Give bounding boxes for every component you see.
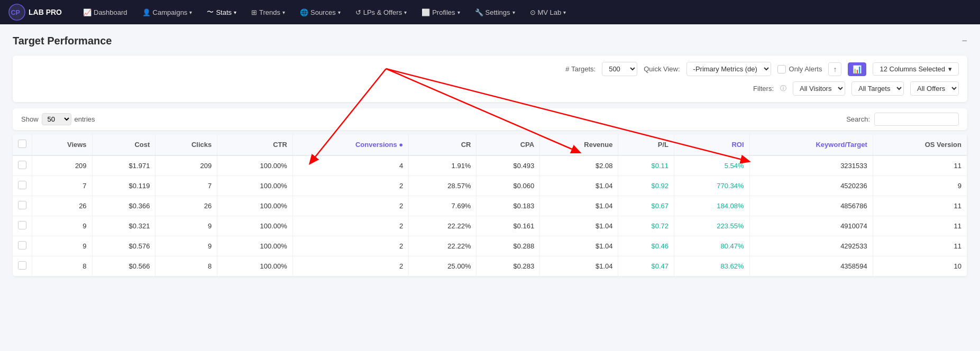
table-wrapper: Views Cost Clicks CTR Conversions ● CR C… (13, 134, 967, 276)
col-header-clicks[interactable]: Clicks (155, 134, 217, 155)
cell-conversions: 4 (292, 155, 408, 176)
show-entries: Show 50 25 100 entries (21, 113, 95, 125)
nav-profiles-label: Profiles (432, 8, 455, 16)
col-header-roi[interactable]: ROI (674, 134, 750, 155)
cell-views: 9 (32, 236, 93, 256)
search-input[interactable] (874, 113, 959, 126)
entries-label: entries (75, 115, 95, 123)
row-select-checkbox[interactable] (18, 161, 26, 169)
cell-cost: $0.119 (92, 176, 155, 196)
only-alerts-wrapper: Only Alerts (777, 65, 822, 73)
all-visitors-select[interactable]: All Visitors (793, 81, 845, 96)
export-button[interactable]: ↑ (828, 62, 841, 76)
nav-profiles[interactable]: ⬜ Profiles ▾ (415, 5, 466, 20)
cell-pl: $0.92 (618, 176, 674, 196)
row-select-checkbox[interactable] (18, 241, 26, 250)
nav-dashboard[interactable]: 📈 Dashboard (77, 5, 134, 20)
cell-keyword: 4520236 (749, 176, 873, 196)
cell-views: 7 (32, 176, 93, 196)
search-wrapper: Search: (846, 113, 959, 126)
nav-settings[interactable]: 🔧 Settings ▾ (469, 5, 521, 20)
entries-select[interactable]: 50 25 100 (42, 113, 71, 125)
all-offers-select[interactable]: All Offers (910, 81, 959, 96)
cell-roi: 5.54% (674, 155, 750, 176)
cell-clicks: 9 (155, 236, 217, 256)
nav-campaigns[interactable]: 👤 Campaigns ▾ (136, 5, 199, 20)
logo[interactable]: CP LAB PRO (8, 4, 62, 21)
col-header-keyword[interactable]: Keyword/Target (749, 134, 873, 155)
col-header-conversions[interactable]: Conversions ● (292, 134, 408, 155)
export-icon: ↑ (833, 65, 837, 73)
cell-cost: $0.566 (92, 256, 155, 276)
nav-trends[interactable]: ⊞ Trends ▾ (245, 5, 291, 20)
table-body: 209 $1.971 209 100.00% 4 1.91% $0.493 $2… (13, 155, 967, 276)
table-header-row: Views Cost Clicks CTR Conversions ● CR C… (13, 134, 967, 155)
row-select-checkbox[interactable] (18, 261, 26, 270)
row-checkbox[interactable] (13, 176, 32, 196)
col-header-cpa[interactable]: CPA (477, 134, 540, 155)
cell-pl: $0.67 (618, 196, 674, 216)
show-label: Show (21, 115, 39, 123)
cell-os-version: 11 (873, 236, 967, 256)
cell-cr: 25.00% (409, 256, 477, 276)
only-alerts-label: Only Alerts (789, 65, 822, 73)
nav-lps-label: LPs & Offers (363, 8, 402, 16)
cell-cr: 22.22% (409, 236, 477, 256)
cell-os-version: 10 (873, 256, 967, 276)
cell-cpa: $0.060 (477, 176, 540, 196)
stats-chevron: ▾ (234, 10, 236, 15)
row-checkbox[interactable] (13, 196, 32, 216)
cell-os-version: 11 (873, 216, 967, 236)
cell-pl: $0.11 (618, 155, 674, 176)
data-table: Views Cost Clicks CTR Conversions ● CR C… (13, 134, 967, 276)
table-row: 9 $0.576 9 100.00% 2 22.22% $0.288 $1.04… (13, 236, 967, 256)
columns-selected-button[interactable]: 12 Columns Selected ▾ (873, 62, 959, 76)
page-title: Target Performance (13, 35, 112, 47)
top-navigation: CP LAB PRO 📈 Dashboard 👤 Campaigns ▾ 〜 S… (0, 0, 980, 24)
search-label: Search: (846, 115, 870, 123)
main-content: Target Performance − # Targets: 500 100 … (0, 24, 980, 287)
col-header-ctr[interactable]: CTR (217, 134, 293, 155)
lps-icon: ↺ (355, 8, 361, 16)
nav-stats[interactable]: 〜 Stats ▾ (200, 4, 243, 20)
row-select-checkbox[interactable] (18, 181, 26, 189)
graph-button[interactable]: 📊 (848, 62, 866, 76)
dashboard-icon: 📈 (83, 8, 91, 16)
col-header-pl[interactable]: P/L (618, 134, 674, 155)
row-checkbox[interactable] (13, 236, 32, 256)
nav-settings-label: Settings (486, 8, 510, 16)
col-header-cr[interactable]: CR (409, 134, 477, 155)
row-checkbox[interactable] (13, 216, 32, 236)
only-alerts-checkbox[interactable] (777, 65, 786, 73)
table-controls: Show 50 25 100 entries Search: (13, 108, 967, 130)
cell-ctr: 100.00% (217, 236, 293, 256)
filters-info-icon: ⓘ (780, 84, 786, 93)
cell-keyword: 4910074 (749, 216, 873, 236)
columns-selected-label: 12 Columns Selected (880, 65, 945, 73)
col-header-revenue[interactable]: Revenue (540, 134, 618, 155)
row-select-checkbox[interactable] (18, 221, 26, 229)
nav-lps-offers[interactable]: ↺ LPs & Offers ▾ (349, 5, 413, 20)
select-all-checkbox[interactable] (18, 140, 26, 148)
row-checkbox[interactable] (13, 155, 32, 176)
nav-mvlab[interactable]: ⊙ MV Lab ▾ (524, 5, 573, 20)
collapse-button[interactable]: − (961, 35, 967, 47)
quick-view-label: Quick View: (644, 65, 680, 73)
targets-select[interactable]: 500 100 200 1000 (602, 62, 637, 76)
controls-bar: # Targets: 500 100 200 1000 Quick View: … (13, 56, 967, 102)
quick-view-select[interactable]: -Primary Metrics (de) All Metrics Custom (686, 62, 771, 76)
col-header-os-version[interactable]: OS Version (873, 134, 967, 155)
col-header-views[interactable]: Views (32, 134, 93, 155)
cell-views: 9 (32, 216, 93, 236)
col-header-checkbox[interactable] (13, 134, 32, 155)
row-select-checkbox[interactable] (18, 201, 26, 209)
nav-sources[interactable]: 🌐 Sources ▾ (294, 5, 347, 20)
col-header-cost[interactable]: Cost (92, 134, 155, 155)
cell-conversions: 2 (292, 216, 408, 236)
profiles-icon: ⬜ (422, 8, 430, 16)
controls-row-1: # Targets: 500 100 200 1000 Quick View: … (21, 62, 959, 76)
nav-dashboard-label: Dashboard (94, 8, 127, 16)
all-targets-select[interactable]: All Targets (851, 81, 904, 96)
cell-views: 8 (32, 256, 93, 276)
row-checkbox[interactable] (13, 256, 32, 276)
